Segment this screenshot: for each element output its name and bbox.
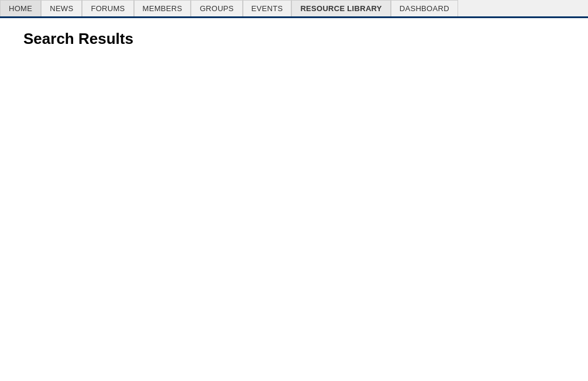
nav-item-home[interactable]: HOME <box>0 0 41 16</box>
nav-item-events[interactable]: EVENTS <box>243 0 292 16</box>
nav-item-news[interactable]: NEWS <box>41 0 82 16</box>
nav-item-groups[interactable]: GROUPS <box>191 0 242 16</box>
nav-item-resource-library[interactable]: RESOURCE LIBRARY <box>291 0 390 16</box>
nav-item-members[interactable]: MEMBERS <box>134 0 191 16</box>
main-navigation: HOMENEWSFORUMSMEMBERSGROUPSEVENTSRESOURC… <box>0 0 588 18</box>
nav-item-forums[interactable]: FORUMS <box>82 0 133 16</box>
nav-item-dashboard[interactable]: DASHBOARD <box>391 0 458 16</box>
page-content: Search Results <box>0 18 588 71</box>
page-title: Search Results <box>23 30 565 48</box>
